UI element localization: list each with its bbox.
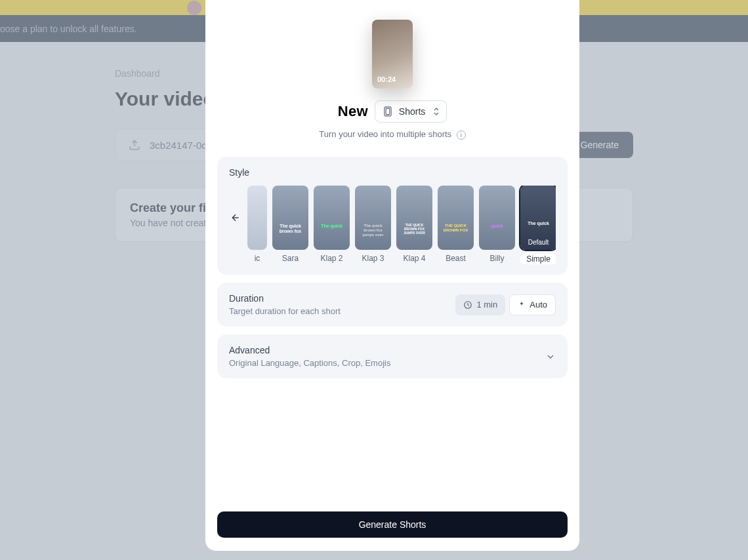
- clock-icon: [463, 300, 472, 310]
- chevron-down-icon: [545, 351, 556, 362]
- duration-value: 1 min: [476, 300, 497, 310]
- style-option[interactable]: The quick brown fox Sara: [272, 186, 308, 264]
- style-option[interactable]: THE QUICK BROWN FOX Beast: [438, 186, 474, 264]
- style-option[interactable]: The quick brown fox jumps over Klap 3: [355, 186, 391, 264]
- duration-auto-button[interactable]: Auto: [509, 294, 556, 315]
- advanced-title: Advanced: [229, 345, 390, 355]
- duration-auto-label: Auto: [530, 300, 547, 310]
- default-badge: Default: [524, 239, 553, 246]
- style-option[interactable]: quick Billy: [479, 186, 515, 264]
- new-shorts-modal: 00:24 New Shorts Turn your video into mu…: [205, 0, 579, 551]
- sparkle-icon: [518, 301, 526, 309]
- style-option[interactable]: ic: [247, 186, 267, 264]
- chevron-updown-icon: [433, 107, 440, 116]
- info-icon[interactable]: i: [457, 130, 466, 140]
- advanced-card[interactable]: Advanced Original Language, Captions, Cr…: [217, 334, 568, 378]
- style-name: Beast: [438, 254, 474, 263]
- style-name: Klap 3: [355, 254, 391, 263]
- style-card: Style ic The quick brown fox Sara The q: [217, 157, 568, 275]
- video-duration: 00:24: [377, 75, 396, 83]
- new-label: New: [338, 103, 368, 120]
- duration-card: Duration Target duration for each short …: [217, 283, 568, 327]
- subtitle-text: Turn your video into multiple shorts: [319, 129, 451, 139]
- style-option-selected[interactable]: The quick Default Simple: [520, 186, 556, 264]
- style-name: Sara: [272, 254, 308, 263]
- duration-title: Duration: [229, 293, 341, 304]
- style-label: Style: [229, 167, 556, 178]
- duration-value-button[interactable]: 1 min: [455, 294, 505, 315]
- style-name: Simple: [520, 254, 556, 264]
- shorts-icon: [382, 106, 394, 117]
- style-option[interactable]: THE QUICK BROWN FOX JUMPS OVER Klap 4: [396, 186, 432, 264]
- style-name: ic: [247, 254, 267, 263]
- svg-rect-2: [386, 108, 390, 114]
- mode-select[interactable]: Shorts: [375, 100, 447, 123]
- style-prev-arrow[interactable]: [229, 186, 242, 250]
- style-name: Billy: [479, 254, 515, 263]
- duration-sub: Target duration for each short: [229, 306, 341, 316]
- generate-shorts-button[interactable]: Generate Shorts: [217, 511, 568, 538]
- style-name: Klap 2: [314, 254, 350, 263]
- mode-label: Shorts: [399, 106, 425, 117]
- style-option[interactable]: The quick Klap 2: [314, 186, 350, 264]
- generate-shorts-label: Generate Shorts: [359, 519, 426, 530]
- modal-subtitle: Turn your video into multiple shorts i: [217, 129, 568, 140]
- video-thumbnail[interactable]: 00:24: [372, 20, 413, 89]
- style-name: Klap 4: [396, 254, 432, 263]
- advanced-sub: Original Language, Captions, Crop, Emoji…: [229, 358, 390, 368]
- style-list: ic The quick brown fox Sara The quick Kl…: [247, 186, 556, 264]
